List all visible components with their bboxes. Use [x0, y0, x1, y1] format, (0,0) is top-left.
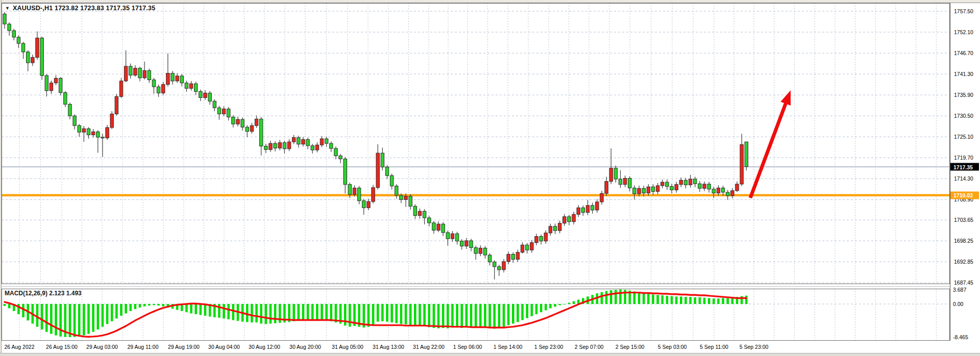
macd-pane[interactable]: [2, 289, 950, 341]
candle-body: [129, 66, 132, 75]
macd-histogram-bar: [50, 304, 53, 334]
candle-body: [217, 108, 220, 114]
macd-histogram-bar: [251, 304, 253, 322]
candle-body: [325, 139, 328, 143]
macd-histogram-bar: [83, 304, 85, 336]
price-axis-label: 1698.25: [954, 238, 973, 244]
macd-histogram-bar: [69, 304, 71, 337]
candle-body: [600, 193, 603, 202]
macd-histogram-bar: [694, 297, 696, 304]
macd-histogram-bar: [479, 304, 482, 327]
macd-histogram-bar: [526, 304, 528, 318]
candle-body: [586, 206, 589, 213]
candle-body: [493, 262, 496, 267]
candle-body: [451, 234, 454, 239]
macd-histogram-bar: [512, 304, 514, 324]
macd-histogram-bar: [390, 304, 393, 322]
candle-body: [78, 125, 81, 132]
macd-histogram-bar: [661, 295, 664, 304]
time-axis-label: 30 Aug 04:00: [208, 344, 240, 350]
candle-body: [260, 119, 263, 146]
macd-histogram-bar: [456, 304, 458, 327]
macd-histogram-bar: [498, 304, 501, 328]
candle-body: [409, 196, 412, 207]
macd-histogram-bar: [451, 304, 454, 327]
candle-body: [740, 144, 743, 184]
candle-body: [96, 132, 100, 137]
time-axis[interactable]: 26 Aug 202226 Aug 15:0029 Aug 03:0029 Au…: [0, 341, 950, 353]
candle-body: [525, 245, 528, 250]
macd-histogram-bar: [41, 304, 43, 329]
candle-body: [185, 83, 188, 89]
candle-body: [101, 137, 104, 138]
time-axis-label: 26 Aug 15:00: [46, 344, 78, 350]
macd-histogram-bar: [671, 296, 673, 304]
macd-histogram-bar: [139, 304, 141, 308]
candle-body: [367, 201, 370, 208]
macd-histogram-bar: [200, 304, 202, 315]
macd-histogram-bar: [143, 304, 146, 307]
candle-body: [119, 81, 122, 96]
candle-body: [320, 139, 323, 145]
symbol-ohlc-title: XAUUSD-,H1 1723.82 1723.83 1717.35 1717.…: [13, 5, 155, 12]
macd-histogram-bar: [120, 304, 122, 316]
price-axis-label: 1757.50: [954, 8, 973, 14]
macd-histogram-bar: [292, 304, 295, 321]
candle-body: [651, 187, 654, 191]
candle-body: [712, 189, 715, 193]
price-axis[interactable]: 1757.501752.101746.701741.301735.901730.…: [950, 0, 980, 353]
candle-body: [68, 104, 71, 116]
candle-body: [619, 179, 622, 185]
candle-body: [731, 191, 734, 196]
candle-body: [357, 188, 360, 201]
candle-body: [40, 38, 43, 75]
candle-body: [390, 175, 393, 186]
macd-histogram-bar: [97, 304, 100, 329]
candle-body: [460, 241, 463, 246]
candle-body: [176, 76, 179, 81]
candle-body: [572, 214, 575, 221]
main-pane[interactable]: [2, 3, 950, 284]
macd-histogram-bar: [549, 304, 552, 308]
candle-body: [502, 262, 505, 270]
candle-body: [362, 201, 365, 208]
trend-arrow[interactable]: [750, 90, 791, 198]
candle-body: [12, 31, 15, 37]
candle-body: [423, 211, 426, 218]
candle-body: [465, 241, 468, 246]
candle-body: [255, 119, 258, 125]
candle-body: [418, 211, 421, 215]
candle-body: [27, 52, 30, 63]
window-left-edge: [0, 0, 2, 356]
candle-body: [670, 187, 673, 190]
macd-indicator-label: MACD(12,26,9) 2.123 1.493: [5, 290, 82, 297]
time-axis-label: 5 Sep 03:00: [658, 344, 687, 350]
candle-body: [334, 148, 337, 156]
macd-histogram-bar: [488, 304, 491, 328]
mt4-chart-window: ▼ XAUUSD-,H1 1723.82 1723.83 1717.35 171…: [0, 0, 980, 356]
macd-histogram-bar: [545, 304, 547, 310]
macd-histogram-bar: [680, 296, 682, 304]
candle-body: [134, 68, 137, 75]
macd-histogram-bar: [722, 298, 724, 304]
candle-body: [306, 140, 309, 146]
chart-canvas[interactable]: [0, 0, 950, 353]
time-axis-label: 30 Aug 12:00: [249, 344, 280, 350]
time-axis-label: 1 Sep 23:00: [534, 344, 564, 350]
candle-body: [609, 168, 612, 182]
macd-histogram-bar: [484, 304, 486, 328]
macd-histogram-bar: [4, 304, 6, 306]
macd-histogram-bar: [307, 304, 309, 320]
macd-histogram-bar: [656, 295, 659, 304]
macd-histogram-bar: [568, 303, 571, 304]
macd-histogram-bar: [619, 290, 622, 304]
candle-body: [530, 243, 533, 250]
candle-body: [148, 70, 151, 80]
candle-body: [278, 143, 281, 148]
macd-histogram-bar: [475, 304, 477, 328]
candle-body: [353, 188, 356, 195]
candle-body: [694, 179, 697, 184]
macd-histogram-bar: [232, 304, 235, 320]
chevron-down-icon[interactable]: ▼: [5, 6, 10, 11]
candle-body: [269, 143, 272, 149]
